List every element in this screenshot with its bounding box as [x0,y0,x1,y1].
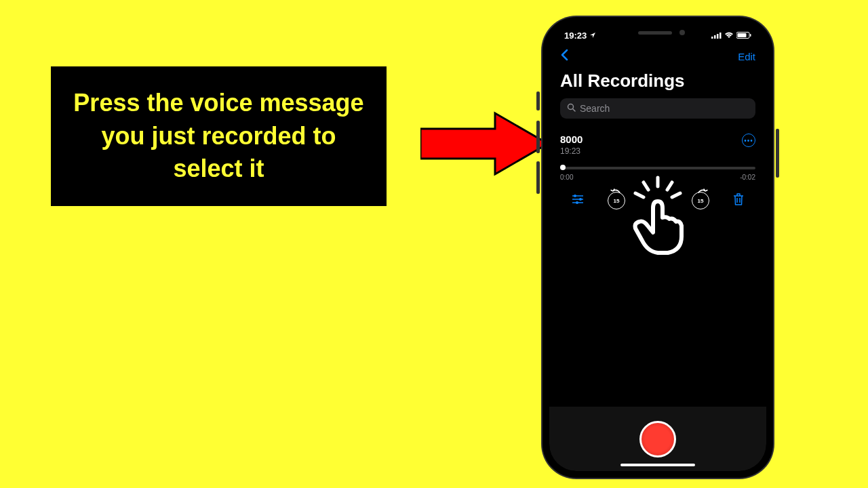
timeline-labels: 0:00 -0:02 [560,174,755,181]
back-button[interactable] [560,47,568,65]
search-placeholder: Search [580,103,610,114]
edit-button[interactable]: Edit [738,51,755,62]
battery-icon [736,30,751,41]
svg-point-15 [576,201,578,204]
location-icon [589,30,596,41]
search-input[interactable]: Search [560,98,755,119]
svg-rect-1 [711,37,713,39]
phone-side-button [536,121,540,153]
svg-rect-6 [738,33,747,37]
svg-point-13 [579,198,582,201]
notch-speaker [638,31,672,35]
trash-icon[interactable] [732,192,745,209]
svg-rect-7 [750,34,751,37]
wifi-icon [724,30,734,41]
instruction-text: Press the voice message you just recorde… [66,87,372,186]
status-right [711,30,751,41]
phone-screen: 19:23 Edit Al [549,24,766,471]
search-icon [567,103,576,114]
signal-icon [711,30,722,41]
record-bar [549,407,766,471]
skip-back-button[interactable]: 15 [608,192,625,209]
phone-side-button [536,161,540,194]
phone-side-button [536,92,540,110]
svg-rect-4 [719,33,722,39]
recording-name: 8000 [560,134,583,145]
recording-timestamp: 19:23 [560,146,583,156]
status-time: 19:23 [564,30,587,41]
remaining-time: -0:02 [740,174,755,181]
instruction-box: Press the voice message you just recorde… [51,66,387,206]
notch-camera [679,30,685,35]
phone-notch [607,24,709,41]
svg-point-11 [574,195,576,197]
playback-timeline[interactable] [560,167,755,169]
svg-line-9 [573,109,576,112]
playhead[interactable] [560,165,566,170]
skip-forward-button[interactable]: 15 [692,192,709,209]
svg-rect-3 [717,34,719,39]
record-button[interactable] [639,421,676,458]
phone-side-button [776,129,779,178]
more-button[interactable]: ••• [742,134,755,147]
page-title: All Recordings [549,69,766,98]
phone-frame: 19:23 Edit Al [542,17,773,478]
home-indicator[interactable] [620,464,695,466]
playback-controls: 15 15 [560,181,755,220]
elapsed-time: 0:00 [560,174,573,181]
options-icon[interactable] [571,194,585,207]
pointer-arrow [420,110,549,178]
recording-item[interactable]: 8000 19:23 ••• 0:00 -0:02 15 [549,128,766,223]
svg-rect-2 [714,35,716,39]
recording-header: 8000 19:23 ••• [560,134,755,156]
nav-bar: Edit [549,41,766,69]
status-left: 19:23 [564,30,596,41]
svg-marker-0 [420,113,548,174]
